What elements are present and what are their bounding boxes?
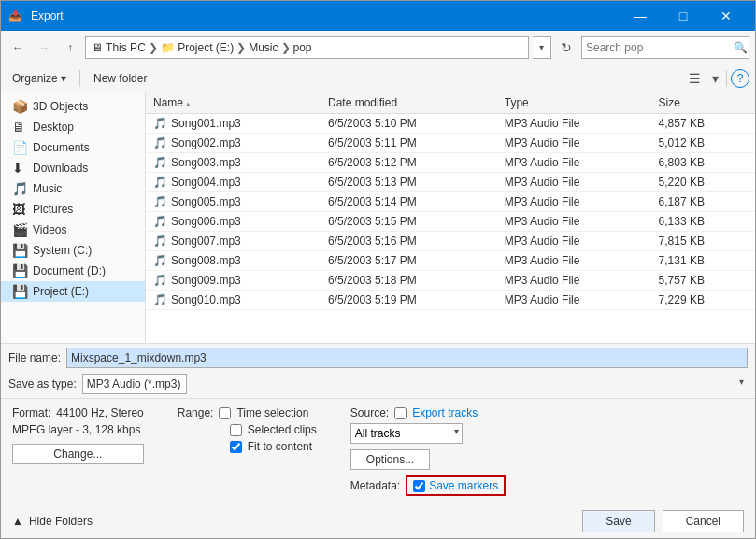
file-icon: 🎵 <box>153 117 167 130</box>
sidebar-item-music[interactable]: 🎵 Music <box>1 178 145 199</box>
up-button[interactable]: ↑ <box>59 36 81 59</box>
toolbar-separator <box>726 70 727 87</box>
system-c-icon: 💾 <box>12 243 27 258</box>
sidebar-item-desktop[interactable]: 🖥 Desktop <box>1 117 145 137</box>
selected-clips-checkbox[interactable] <box>230 424 242 436</box>
file-date-cell: 6/5/2003 5:13 PM <box>321 173 497 192</box>
metadata-highlight: Save markers <box>406 475 506 496</box>
sidebar-item-label: Desktop <box>33 121 74 134</box>
sidebar-item-documents[interactable]: 📄 Documents <box>1 137 145 158</box>
metadata-row: Metadata: Save markers <box>350 475 506 496</box>
hide-folders-button[interactable]: ▲ Hide Folders <box>12 515 93 528</box>
sidebar-item-label: System (C:) <box>33 244 92 257</box>
table-row[interactable]: 🎵Song005.mp3 6/5/2003 5:14 PM MP3 Audio … <box>146 192 755 212</box>
file-icon: 🎵 <box>153 176 167 189</box>
time-selection-label: Time selection <box>236 406 308 419</box>
col-name[interactable]: Name ▴ <box>146 92 321 114</box>
filename-input[interactable] <box>66 348 748 368</box>
time-selection-checkbox[interactable] <box>219 407 231 419</box>
col-type[interactable]: Type <box>497 92 651 114</box>
sidebar-item-label: Videos <box>33 223 66 236</box>
savetype-select[interactable]: MP3 Audio (*.mp3) <box>82 374 187 394</box>
table-row[interactable]: 🎵Song002.mp3 6/5/2003 5:11 PM MP3 Audio … <box>146 134 755 153</box>
app-icon: 📤 <box>8 8 23 23</box>
file-type-cell: MP3 Audio File <box>497 291 651 310</box>
table-row[interactable]: 🎵Song009.mp3 6/5/2003 5:18 PM MP3 Audio … <box>146 271 755 291</box>
minimize-button[interactable]: — <box>619 1 662 31</box>
help-button[interactable]: ? <box>731 69 749 88</box>
project-e-icon: 💾 <box>12 284 27 299</box>
change-button[interactable]: Change... <box>12 444 144 464</box>
filename-label: File name: <box>8 351 61 364</box>
refresh-button[interactable]: ↻ <box>555 36 578 59</box>
pictures-icon: 🖼 <box>12 202 27 217</box>
export-tracks-checkbox[interactable] <box>394 407 407 419</box>
sidebar-item-document-d[interactable]: 💾 Document (D:) <box>1 261 145 281</box>
view-options-button[interactable]: ▾ <box>708 69 722 88</box>
organize-button[interactable]: Organize ▾ <box>7 70 72 87</box>
range-label-row: Range: Time selection <box>178 406 317 419</box>
source-label-row: Source: Export tracks <box>350 406 506 419</box>
file-name-cell: 🎵Song005.mp3 <box>146 192 321 212</box>
cancel-button[interactable]: Cancel <box>663 510 744 532</box>
table-row[interactable]: 🎵Song006.mp3 6/5/2003 5:15 PM MP3 Audio … <box>146 212 755 232</box>
selected-clips-label: Selected clips <box>248 423 317 436</box>
view-toggle-button[interactable]: ☰ <box>685 69 705 88</box>
close-button[interactable]: ✕ <box>705 1 748 31</box>
file-date-cell: 6/5/2003 5:10 PM <box>321 114 497 134</box>
file-table: Name ▴ Date modified Type Size 🎵Song001.… <box>146 92 755 310</box>
selected-clips-row: Selected clips <box>178 423 317 436</box>
search-input[interactable] <box>582 41 730 54</box>
export-tracks-link[interactable]: Export tracks <box>412 406 478 419</box>
main-area: 📦 3D Objects 🖥 Desktop 📄 Documents ⬇ Dow… <box>1 92 755 343</box>
source-select-wrap: All tracks <box>350 423 463 444</box>
sidebar-item-videos[interactable]: 🎬 Videos <box>1 220 145 240</box>
table-row[interactable]: 🎵Song010.mp3 6/5/2003 5:19 PM MP3 Audio … <box>146 291 755 310</box>
options-sub-button[interactable]: Options... <box>350 449 430 470</box>
format-column: Format: 44100 Hz, Stereo MPEG layer - 3,… <box>12 406 144 496</box>
table-row[interactable]: 🎵Song001.mp3 6/5/2003 5:10 PM MP3 Audio … <box>146 114 755 134</box>
downloads-icon: ⬇ <box>12 161 27 176</box>
table-row[interactable]: 🎵Song004.mp3 6/5/2003 5:13 PM MP3 Audio … <box>146 173 755 192</box>
save-markers-link[interactable]: Save markers <box>429 479 498 492</box>
search-icon: 🔍 <box>730 41 751 54</box>
table-row[interactable]: 🎵Song007.mp3 6/5/2003 5:16 PM MP3 Audio … <box>146 232 755 251</box>
col-size[interactable]: Size <box>651 92 755 114</box>
address-path[interactable]: 🖥 This PC ❯ 📁 Project (E:) ❯ Music ❯ pop <box>85 36 529 59</box>
sidebar-item-pictures[interactable]: 🖼 Pictures <box>1 199 145 220</box>
file-date-cell: 6/5/2003 5:18 PM <box>321 271 497 291</box>
table-row[interactable]: 🎵Song008.mp3 6/5/2003 5:17 PM MP3 Audio … <box>146 251 755 271</box>
toolbar-right: ☰ ▾ ? <box>685 69 749 88</box>
new-folder-button[interactable]: New folder <box>88 70 152 87</box>
source-select[interactable]: All tracks <box>350 423 463 444</box>
sidebar-item-3d-objects[interactable]: 📦 3D Objects <box>1 96 145 117</box>
title-bar: 📤 Export — □ ✕ <box>1 1 755 31</box>
file-type-cell: MP3 Audio File <box>497 173 651 192</box>
search-box: 🔍 <box>581 36 749 59</box>
sidebar-item-project-e[interactable]: 💾 Project (E:) <box>1 281 145 302</box>
back-button[interactable]: ← <box>7 36 29 59</box>
file-name-cell: 🎵Song009.mp3 <box>146 271 321 291</box>
forward-button[interactable]: → <box>33 36 55 59</box>
window-controls: — □ ✕ <box>619 1 748 31</box>
sidebar-item-system-c[interactable]: 💾 System (C:) <box>1 240 145 261</box>
sidebar-item-label: Pictures <box>33 203 73 216</box>
address-dropdown[interactable]: ▾ <box>533 36 551 59</box>
file-date-cell: 6/5/2003 5:15 PM <box>321 212 497 232</box>
maximize-button[interactable]: □ <box>662 1 705 31</box>
path-segment: pop <box>293 41 312 54</box>
path-segment: Music <box>249 41 278 54</box>
sidebar-item-downloads[interactable]: ⬇ Downloads <box>1 158 145 178</box>
file-size-cell: 7,815 KB <box>651 232 755 251</box>
file-name-cell: 🎵Song002.mp3 <box>146 134 321 153</box>
source-label: Source: <box>350 406 389 419</box>
file-type-cell: MP3 Audio File <box>497 212 651 232</box>
table-row[interactable]: 🎵Song003.mp3 6/5/2003 5:12 PM MP3 Audio … <box>146 153 755 173</box>
format-value2: MPEG layer - 3, 128 kbps <box>12 423 140 436</box>
videos-icon: 🎬 <box>12 222 27 237</box>
col-date[interactable]: Date modified <box>321 92 497 114</box>
fit-to-content-checkbox[interactable] <box>230 441 242 453</box>
sidebar-item-label: 3D Objects <box>33 100 88 113</box>
save-markers-checkbox[interactable] <box>413 480 425 492</box>
save-button[interactable]: Save <box>582 510 654 532</box>
